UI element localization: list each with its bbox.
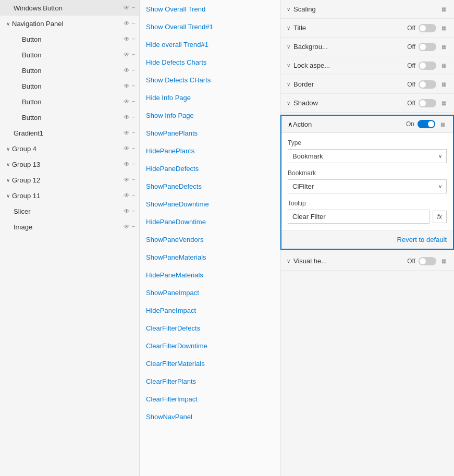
more-icon[interactable]: ··· — [132, 145, 135, 152]
middle-item-14[interactable]: ShowPaneMaterials — [140, 248, 280, 266]
middle-item-1[interactable]: Show Overall Trend#1 — [140, 18, 280, 35]
left-item-gradient1[interactable]: Gradient1 👁 ··· — [0, 125, 139, 141]
more-icon[interactable]: ··· — [132, 35, 135, 43]
eye-icon[interactable]: 👁 — [124, 35, 130, 43]
more-icon[interactable]: ··· — [132, 114, 135, 121]
more-icon[interactable]: ··· — [132, 51, 135, 58]
revert-link[interactable]: Revert to default — [397, 236, 447, 243]
middle-item-3[interactable]: Hide Defects Charts — [140, 53, 280, 71]
middle-item-22[interactable]: ClearFilterImpact — [140, 390, 280, 408]
section-scaling[interactable]: ∨Scaling▦ — [280, 0, 454, 19]
eye-icon[interactable]: 👁 — [124, 223, 130, 230]
action-label: Action — [293, 120, 406, 128]
left-item-group-13[interactable]: ∨Group 13 👁 ··· — [0, 156, 139, 172]
eye-icon[interactable]: 👁 — [124, 192, 130, 199]
middle-item-6[interactable]: Show Info Page — [140, 106, 280, 124]
more-icon[interactable]: ··· — [132, 223, 135, 230]
more-icon[interactable]: ··· — [132, 4, 135, 11]
left-item-button-1[interactable]: Button 👁 ··· — [0, 31, 139, 47]
middle-item-4[interactable]: Show Defects CHarts — [140, 71, 280, 89]
left-panel: Windows Button 👁 ··· ∨Navigation Panel 👁… — [0, 0, 140, 476]
toggle-switch[interactable] — [419, 24, 436, 32]
middle-item-13[interactable]: ShowPaneVendors — [140, 230, 280, 248]
middle-item-12[interactable]: HidePaneDowntime — [140, 213, 280, 230]
toggle-switch[interactable] — [419, 99, 436, 107]
middle-item-8[interactable]: HidePanePlants — [140, 142, 280, 160]
toggle-switch[interactable] — [419, 43, 436, 51]
middle-item-23[interactable]: ShowNavPanel — [140, 408, 280, 425]
middle-item-11[interactable]: ShowPaneDowntime — [140, 195, 280, 213]
eye-icon[interactable]: 👁 — [124, 208, 130, 215]
toggle-track[interactable] — [419, 80, 436, 89]
more-icon[interactable]: ··· — [132, 67, 135, 74]
middle-item-18[interactable]: ClearFilterDefects — [140, 319, 280, 337]
middle-item-0[interactable]: Show Overall Trend — [140, 0, 280, 18]
eye-icon[interactable]: 👁 — [124, 20, 130, 27]
left-item-button-5[interactable]: Button 👁 ··· — [0, 94, 139, 109]
left-item-image[interactable]: Image 👁 ··· — [0, 219, 139, 235]
toggle-switch[interactable] — [419, 62, 436, 70]
eye-icon[interactable]: 👁 — [124, 51, 130, 58]
middle-item-21[interactable]: ClearFilterPlants — [140, 372, 280, 390]
action-toggle-track[interactable] — [418, 120, 435, 128]
more-icon[interactable]: ··· — [132, 192, 135, 199]
section-visual-header[interactable]: ∨ Visual he... Off ▦ — [280, 252, 454, 271]
toggle-track[interactable] — [419, 24, 436, 32]
more-icon[interactable]: ··· — [132, 20, 135, 27]
toggle-label: Off — [407, 100, 415, 107]
section-shadow[interactable]: ∨ShadowOff ▦ — [280, 94, 454, 113]
left-item-button-3[interactable]: Button 👁 ··· — [0, 63, 139, 78]
middle-item-19[interactable]: ClearFilterDowntime — [140, 337, 280, 355]
more-icon[interactable]: ··· — [132, 208, 135, 215]
middle-item-20[interactable]: ClearFilterMaterials — [140, 355, 280, 372]
toggle-track[interactable] — [419, 62, 436, 70]
section-background[interactable]: ∨Backgrou...Off ▦ — [280, 38, 454, 56]
toggle-track[interactable] — [419, 43, 436, 51]
more-icon[interactable]: ··· — [132, 129, 135, 137]
eye-icon[interactable]: 👁 — [124, 161, 130, 168]
eye-icon[interactable]: 👁 — [124, 4, 130, 11]
left-item-button-2[interactable]: Button 👁 ··· — [0, 47, 139, 63]
middle-item-2[interactable]: Hide overall Trend#1 — [140, 35, 280, 53]
more-icon[interactable]: ··· — [132, 98, 135, 105]
tooltip-input[interactable] — [288, 210, 430, 224]
left-item-slicer[interactable]: Slicer 👁 ··· — [0, 203, 139, 219]
section-border[interactable]: ∨BorderOff ▦ — [280, 75, 454, 94]
type-dropdown[interactable]: Bookmark ∨ — [288, 149, 447, 163]
left-item-group-11[interactable]: ∨Group 11 👁 ··· — [0, 188, 139, 203]
left-item-windows-button[interactable]: Windows Button 👁 ··· — [0, 0, 139, 16]
section-title[interactable]: ∨TitleOff ▦ — [280, 19, 454, 38]
eye-icon[interactable]: 👁 — [124, 82, 130, 90]
fx-button[interactable]: fx — [433, 211, 447, 223]
middle-item-10[interactable]: ShowPaneDefects — [140, 177, 280, 195]
more-icon[interactable]: ··· — [132, 161, 135, 168]
more-icon[interactable]: ··· — [132, 82, 135, 90]
eye-icon[interactable]: 👁 — [124, 67, 130, 74]
middle-item-7[interactable]: ShowPanePlants — [140, 124, 280, 142]
eye-icon[interactable]: 👁 — [124, 176, 130, 184]
left-item-navigation-panel[interactable]: ∨Navigation Panel 👁 ··· — [0, 16, 139, 31]
middle-item-9[interactable]: HidePaneDefects — [140, 160, 280, 177]
left-item-button-4[interactable]: Button 👁 ··· — [0, 78, 139, 94]
middle-item-15[interactable]: HidePaneMaterials — [140, 266, 280, 284]
action-header[interactable]: ∧ Action On ▦ — [281, 116, 453, 133]
middle-item-17[interactable]: HidePaneImpact — [140, 301, 280, 319]
section-lock-aspect[interactable]: ∨Lock aspe...Off ▦ — [280, 56, 454, 75]
eye-icon[interactable]: 👁 — [124, 129, 130, 137]
bookmark-dropdown[interactable]: ClFilter ∨ — [288, 179, 447, 193]
left-item-group-4[interactable]: ∨Group 4 👁 ··· — [0, 141, 139, 156]
eye-icon[interactable]: 👁 — [124, 98, 130, 105]
toggle-track[interactable] — [419, 99, 436, 107]
bookmark-value: ClFilter — [292, 182, 314, 190]
toggle-switch[interactable] — [419, 257, 436, 265]
middle-item-16[interactable]: ShowPaneImpact — [140, 284, 280, 301]
action-toggle[interactable] — [418, 120, 435, 128]
eye-icon[interactable]: 👁 — [124, 114, 130, 121]
left-item-button-6[interactable]: Button 👁 ··· — [0, 109, 139, 125]
middle-item-5[interactable]: Hide Info Page — [140, 89, 280, 106]
left-item-group-12[interactable]: ∨Group 12 👁 ··· — [0, 172, 139, 188]
toggle-switch[interactable] — [419, 80, 436, 89]
more-icon[interactable]: ··· — [132, 176, 135, 184]
toggle-track[interactable] — [419, 257, 436, 265]
eye-icon[interactable]: 👁 — [124, 145, 130, 152]
